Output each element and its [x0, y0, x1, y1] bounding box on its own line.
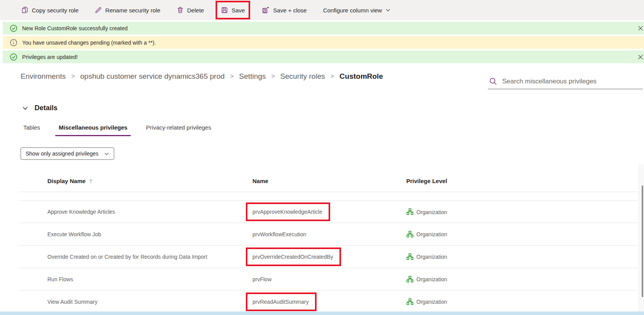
column-header-display-name[interactable]: Display Name	[47, 175, 93, 187]
breadcrumb-separator: >	[331, 73, 334, 80]
save-label: Save	[231, 7, 245, 14]
rename-security-role-button[interactable]: Rename security role	[90, 2, 165, 18]
table-row-run-flows[interactable]: Run Flows prvFlow Organization	[19, 268, 638, 291]
trash-icon	[177, 7, 184, 14]
privilege-level-cell: Organization	[406, 253, 447, 260]
vertical-scrollbar[interactable]	[639, 164, 644, 312]
column-header-privilege-level[interactable]: Privilege Level	[406, 175, 447, 187]
save-button[interactable]: Save	[218, 2, 248, 18]
search-icon	[489, 77, 498, 86]
save-and-close-label: Save + close	[273, 7, 306, 14]
privilege-level-cell: Organization	[406, 230, 447, 238]
display-name-cell: Override Created on or Created by for Re…	[47, 254, 207, 260]
delete-button[interactable]: Delete	[172, 2, 209, 18]
check-circle-icon	[9, 24, 18, 33]
name-annotation-box: prvOverrideCreatedOnCreatedBy	[246, 248, 341, 266]
notification-area: New Role CustomRole successfully created…	[3, 22, 644, 65]
tab-privacy-related-privileges[interactable]: Privacy-related privileges	[146, 124, 211, 131]
breadcrumb-environments[interactable]: Environments	[21, 72, 66, 81]
save-close-icon	[262, 7, 270, 14]
save-icon	[221, 7, 228, 14]
breadcrumb-settings[interactable]: Settings	[239, 72, 266, 81]
table-row-execute-workflow-job[interactable]: Execute Workflow Job prvWorkflowExecutio…	[19, 223, 638, 246]
name-cell: prvFlow	[252, 276, 272, 282]
configure-column-view-button[interactable]: Configure column view	[319, 2, 396, 18]
save-annotation-box: Save	[216, 1, 250, 19]
notification-text: New Role CustomRole successfully created	[22, 25, 128, 31]
org-chart-icon	[406, 208, 414, 216]
check-circle-icon	[9, 53, 18, 61]
security-role-editor: Copy security role Rename security role …	[0, 0, 644, 315]
notification-unsaved-changes: You have unsaved changes pending (marked…	[3, 36, 644, 49]
save-and-close-button[interactable]: Save + close	[257, 2, 311, 18]
breadcrumb-current-customrole: CustomRole	[339, 72, 383, 81]
header-divider	[19, 192, 638, 192]
display-name-cell: Execute Workflow Job	[47, 231, 101, 237]
copy-security-role-button[interactable]: Copy security role	[17, 2, 83, 18]
privilege-level-cell: Organization	[406, 208, 447, 216]
tab-bar: Tables Miscellaneous privileges Privacy-…	[23, 124, 211, 131]
breadcrumb-separator: >	[71, 73, 75, 80]
delete-label: Delete	[187, 7, 204, 14]
name-cell: prvApproveKnowledgeArticle	[252, 202, 330, 221]
pencil-icon	[95, 7, 102, 14]
name-cell: prvOverrideCreatedOnCreatedBy	[252, 248, 341, 266]
close-icon[interactable]	[638, 26, 643, 31]
rename-security-role-label: Rename security role	[105, 7, 160, 14]
chevron-down-icon	[22, 105, 28, 111]
table-row-approve-knowledge-articles[interactable]: Approve Knowledge Articles prvApproveKno…	[19, 201, 638, 223]
display-name-cell: Run Flows	[47, 276, 73, 282]
search-input[interactable]	[502, 78, 643, 85]
details-section-toggle[interactable]: Details	[22, 104, 57, 112]
name-cell: prvReadAuditSummary	[252, 292, 317, 311]
copy-security-role-label: Copy security role	[32, 7, 78, 14]
configure-column-view-label: Configure column view	[323, 7, 382, 14]
table-row-view-audit-summary[interactable]: View Audit Summary prvReadAuditSummary O…	[19, 291, 638, 313]
horizontal-scrollbar[interactable]	[0, 312, 644, 315]
breadcrumb-separator: >	[230, 73, 233, 80]
chevron-down-icon	[385, 7, 391, 13]
info-circle-icon	[9, 38, 18, 47]
privileges-filter-value: Show only assigned privileges	[26, 151, 101, 157]
breadcrumb-separator: >	[271, 73, 275, 80]
notification-role-created: New Role CustomRole successfully created	[3, 22, 644, 35]
sort-ascending-icon	[89, 178, 93, 184]
privilege-level-cell: Organization	[406, 298, 447, 305]
column-header-name[interactable]: Name	[252, 175, 268, 187]
notification-text: Privileges are updated!	[22, 54, 78, 60]
name-cell: prvWorkflowExecution	[252, 231, 306, 237]
breadcrumb-security-roles[interactable]: Security roles	[280, 72, 325, 81]
display-name-cell: View Audit Summary	[47, 299, 97, 305]
org-chart-icon	[406, 230, 414, 238]
privileges-filter-dropdown[interactable]: Show only assigned privileges	[21, 147, 114, 160]
org-chart-icon	[406, 253, 414, 260]
command-bar: Copy security role Rename security role …	[0, 0, 644, 20]
org-chart-icon	[406, 298, 414, 305]
copy-icon	[21, 7, 28, 14]
vertical-scrollbar-thumb[interactable]	[642, 185, 643, 297]
display-name-cell: Approve Knowledge Articles	[47, 209, 115, 215]
org-chart-icon	[406, 275, 414, 283]
privilege-level-cell: Organization	[406, 275, 447, 283]
name-annotation-box: prvReadAuditSummary	[246, 292, 317, 311]
notification-text: You have unsaved changes pending (marked…	[22, 40, 156, 46]
table-row-override-created-on[interactable]: Override Created on or Created by for Re…	[19, 246, 638, 268]
name-annotation-box: prvApproveKnowledgeArticle	[246, 202, 330, 221]
tab-miscellaneous-privileges[interactable]: Miscellaneous privileges	[59, 124, 127, 131]
close-icon[interactable]	[638, 54, 643, 60]
search-box	[488, 74, 643, 89]
breadcrumb: Environments > opshub customer service d…	[21, 72, 383, 81]
details-label: Details	[35, 104, 57, 112]
notification-privileges-updated: Privileges are updated!	[3, 50, 644, 63]
breadcrumb-environment-name[interactable]: opshub customer service dynamics365 prod	[80, 72, 225, 81]
chevron-down-icon	[104, 151, 109, 156]
table-header: Display Name Name Privilege Level	[19, 175, 638, 187]
tab-tables[interactable]: Tables	[23, 124, 40, 131]
